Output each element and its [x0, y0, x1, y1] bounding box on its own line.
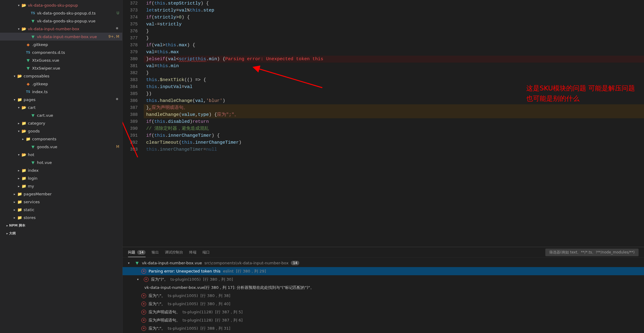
tree-file[interactable]: TScomponents.d.ts [0, 48, 122, 56]
code-line[interactable]: this.handleChange(val, 'blur') [144, 97, 644, 104]
tree-folder[interactable]: ▸📁login [0, 174, 122, 182]
code-line[interactable]: }) [144, 90, 644, 97]
tree-folder[interactable]: ▾📁pages• [0, 96, 122, 103]
tree-folder[interactable]: ▾📂composables [0, 72, 122, 80]
tree-folder[interactable]: ▾📂hot [0, 151, 122, 158]
code-line[interactable]: let strictly = val % this.step [144, 7, 644, 14]
tree-file[interactable]: ▼vk-data-input-number-box.vue9+, M [0, 33, 122, 41]
code-line[interactable]: } [144, 70, 644, 77]
panel-tabs[interactable]: 问题 14 输出 调试控制台 终端 端口 筛选器(例如 text、**/*.ts… [123, 247, 644, 258]
chevron-icon[interactable]: ▸ [5, 232, 9, 235]
chevron-icon[interactable]: ▾ [12, 98, 17, 101]
tree-folder[interactable]: ▸📁index [0, 166, 122, 174]
tree-file[interactable]: ▼vk-data-goods-sku-popup.vue [0, 17, 122, 25]
code-line[interactable]: } [144, 28, 644, 35]
code-line[interactable]: val = this.min [144, 63, 644, 70]
chevron-icon[interactable]: ▾ [16, 129, 21, 133]
code-line[interactable]: }, 应为声明或语句。 [144, 104, 644, 111]
problem-row[interactable]: ✕应为声明或语句。ts-plugin(1128)[行 387，列 5] [123, 308, 644, 316]
problem-row[interactable]: ✕应为";"。ts-plugin(1005)[行 380，列 38] [123, 292, 644, 300]
tree-folder[interactable]: ▸📁my [0, 182, 122, 190]
tree-file[interactable]: ▼XtxGuess.vue [0, 56, 122, 64]
problem-row[interactable]: ✕Parsing error: Unexpected token thisesl… [123, 267, 644, 275]
tab-output[interactable]: 输出 [152, 250, 159, 255]
tree-file[interactable]: ◆.gitkeep [0, 41, 122, 48]
problems-filter-input[interactable]: 筛选器(例如 text、**/*.ts、!**/node_modules/**) [545, 249, 639, 256]
code-line[interactable]: if (this.disabled) return [144, 118, 644, 125]
tree-folder[interactable]: ▸📁static [0, 206, 122, 214]
problem-row[interactable]: vk-data-input-number-box.vue[行 380，列 17]… [123, 283, 644, 292]
sidebar-section[interactable]: ▸NPM 脚本 [0, 221, 122, 229]
chevron-icon[interactable]: ▾ [16, 27, 21, 31]
chevron-icon[interactable]: ▸ [16, 169, 21, 172]
problem-location: [行 387，列 6] [215, 318, 243, 323]
chevron-icon[interactable]: ▾ [12, 74, 17, 78]
chevron-icon[interactable]: ▾ [16, 4, 21, 7]
tree-folder[interactable]: ▸📁components [0, 135, 122, 143]
problems-file-header[interactable]: ▾▼vk-data-input-number-box.vuesrc\compon… [123, 259, 644, 267]
tree-folder[interactable]: ▾📂vk-data-goods-sku-popup [0, 1, 122, 9]
chevron-icon[interactable]: ▾ [137, 278, 141, 281]
error-icon: ✕ [141, 269, 146, 274]
problem-row[interactable]: ✕应为";"。ts-plugin(1005)[行 380，列 40] [123, 300, 644, 308]
line-number: 386 [123, 97, 138, 104]
file-explorer[interactable]: ▾📂vk-data-goods-sku-popupTSvk-data-goods… [0, 0, 123, 333]
tree-folder[interactable]: ▸📁category [0, 119, 122, 127]
tab-debug-console[interactable]: 调试控制台 [165, 250, 183, 255]
code-line[interactable]: if (strictly > 0) { [144, 14, 644, 21]
chevron-icon[interactable]: ▸ [12, 216, 17, 219]
code-line[interactable]: } [144, 35, 644, 42]
tree-folder[interactable]: ▾📂goods [0, 127, 122, 135]
code-line[interactable]: handleChange(value, type) { 应为";"。 [144, 111, 644, 118]
code-line[interactable]: val = this.max [144, 49, 644, 56]
chevron-icon[interactable]: ▸ [12, 192, 17, 196]
code-editor[interactable]: 3723733743753763773783793803813823833843… [123, 0, 644, 247]
tree-file[interactable]: TSindex.ts [0, 88, 122, 96]
chevron-icon[interactable]: ▾ [16, 106, 21, 109]
tab-ports[interactable]: 端口 [202, 250, 210, 255]
chevron-icon[interactable]: ▸ [16, 122, 21, 125]
code-line[interactable]: if (this.innerChangeTimer) { [144, 132, 644, 139]
problem-row[interactable]: ✕应为声明或语句。ts-plugin(1128)[行 387，列 6] [123, 316, 644, 324]
problem-row[interactable]: ▾✕应为")"。ts-plugin(1005)[行 380，列 30] [123, 275, 644, 283]
chevron-icon[interactable]: ▸ [12, 208, 17, 211]
folder-icon: 📁 [17, 200, 22, 204]
code-line[interactable]: } else if (val <script this.min) { Parsi… [144, 56, 644, 63]
chevron-icon[interactable]: ▸ [12, 200, 17, 204]
code-line[interactable]: val -= strictly [144, 21, 644, 28]
tree-folder[interactable]: ▸📁stores [0, 214, 122, 221]
problems-list[interactable]: ▾▼vk-data-input-number-box.vuesrc\compon… [123, 258, 644, 333]
tree-folder[interactable]: ▾📂cart [0, 103, 122, 111]
tree-file[interactable]: ▼XtxSwiper.vue [0, 64, 122, 72]
chevron-icon[interactable]: ▸ [5, 224, 9, 227]
chevron-icon[interactable]: ▾ [128, 261, 132, 265]
tree-folder[interactable]: ▸📁services [0, 198, 122, 206]
code-line[interactable]: // 清除定时器，避免造成混乱 [144, 125, 644, 132]
code-line[interactable]: this.innerChangeTimer = null [144, 146, 644, 153]
problem-row[interactable]: ✕应为";"。ts-plugin(1005)[行 388，列 31] [123, 324, 644, 332]
chevron-icon[interactable]: ▸ [21, 137, 25, 141]
tree-file[interactable]: TSvk-data-goods-sku-popup.d.tsU [0, 9, 122, 17]
tree-file[interactable]: ▼hot.vue [0, 158, 122, 166]
chevron-icon[interactable]: ▸ [16, 177, 21, 180]
tree-folder[interactable]: ▾📂vk-data-input-number-box• [0, 25, 122, 33]
code-line[interactable]: clearTimeout(this.innerChangeTimer) [144, 139, 644, 146]
code-line[interactable]: if (this.stepStrictly) { [144, 0, 644, 7]
code-line[interactable]: this.$nextTick(() => { [144, 77, 644, 83]
tree-file[interactable]: ◆.gitkeep [0, 80, 122, 88]
vcs-status: M [116, 145, 119, 149]
chevron-icon[interactable]: ▸ [16, 184, 21, 188]
code-line[interactable]: if (val > this.max) { [144, 42, 644, 49]
problems-panel[interactable]: 问题 14 输出 调试控制台 终端 端口 筛选器(例如 text、**/*.ts… [123, 247, 644, 333]
sidebar-section[interactable]: ▸大纲 [0, 229, 122, 237]
tab-terminal[interactable]: 终端 [189, 250, 196, 255]
folder-icon: 📁 [21, 176, 27, 181]
tab-problems[interactable]: 问题 14 [128, 250, 146, 257]
folder-open-icon: 📂 [21, 129, 27, 133]
code-line[interactable]: this.inputVal = val [144, 83, 644, 90]
tree-file[interactable]: ▼cart.vue [0, 111, 122, 119]
chevron-icon[interactable]: ▾ [16, 153, 21, 156]
tree-file[interactable]: ▼goods.vueM [0, 143, 122, 151]
tree-folder[interactable]: ▸📁pagesMember [0, 190, 122, 198]
folder-open-icon: 📂 [21, 105, 27, 110]
